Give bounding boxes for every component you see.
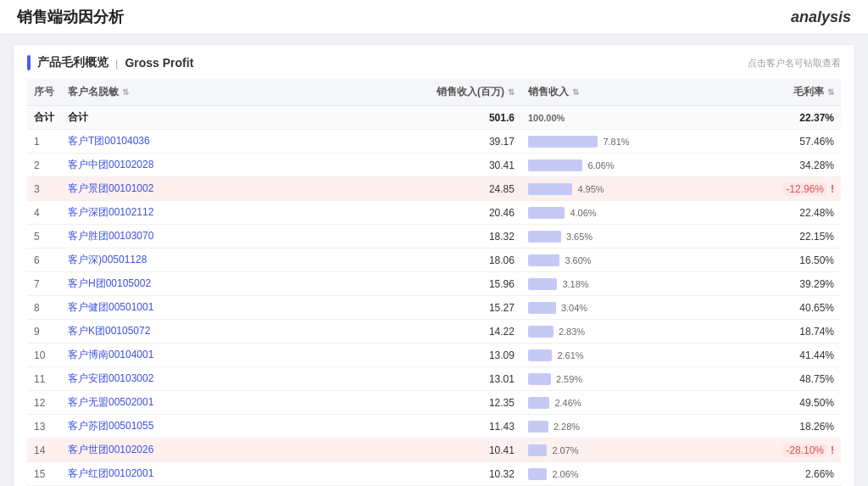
row-index-cell: 9 [27,320,61,344]
margin-value: 22.15% [799,231,834,243]
sort-icon-name[interactable]: ⇅ [122,87,129,97]
table-header-row: 序号 客户名脱敏 ⇅ 销售收入(百万) ⇅ [27,79,841,106]
bar-pct-label: 4.95% [577,184,604,194]
margin-value: 40.65% [799,302,834,314]
row-sales-cell: 24.85 [321,177,521,201]
row-name-cell[interactable]: 客户胜团00103070 [61,225,321,249]
bar-pct-label: 2.83% [559,327,585,337]
margin-value: 18.74% [799,326,834,338]
row-margin-cell: 22.48% [674,201,841,225]
col-name: 客户名脱敏 ⇅ [61,79,321,106]
gross-profit-table: 序号 客户名脱敏 ⇅ 销售收入(百万) ⇅ [27,79,841,486]
row-index-cell: 1 [27,130,61,154]
row-name-cell[interactable]: 客户无盟00502001 [61,391,321,415]
bar-pct-label: 3.65% [566,232,593,242]
bar-visual [528,254,560,266]
row-sales-cell: 18.06 [321,249,521,272]
drill-hint: 点击客户名可钻取查看 [748,57,841,70]
warning-icon: ! [831,183,834,195]
row-bar-cell: 4.95% [521,177,674,201]
row-sales-cell: 18.32 [321,225,521,249]
row-name-cell[interactable]: 客户苏团00501055 [61,415,321,439]
main-container: 产品毛利概览 | Gross Profit 点击客户名可钻取查看 序号 客户名脱… [0,35,868,486]
row-bar-cell: 3.60% [521,249,674,272]
row-name-cell[interactable]: 客户景团00101002 [61,177,321,201]
row-index-cell: 4 [27,201,61,225]
top-bar: 销售端动因分析 analysis [0,0,868,35]
bar-visual [528,136,598,148]
title-separator: | [115,57,118,70]
row-sales-cell: 30.41 [321,154,521,177]
row-sales-cell: 12.35 [321,391,521,415]
sort-icon-bar[interactable]: ⇅ [572,87,579,97]
row-index-cell: 11 [27,367,61,391]
row-sales-cell: 13.09 [321,344,521,367]
margin-value: 41.44% [799,349,834,361]
row-index-cell: 6 [27,249,61,272]
col-margin: 毛利率 ⇅ [674,79,841,106]
sort-icon-sales[interactable]: ⇅ [508,87,515,97]
table-row: 7 客户H团00105002 15.96 3.18% 39.29% [27,272,841,296]
row-sales-cell: 10.32 [321,462,521,486]
bar-pct-label: 3.18% [562,279,588,289]
total-name-cell: 合计 [61,106,321,130]
row-name-cell[interactable]: 客户中团00102028 [61,154,321,177]
margin-value: 48.75% [799,373,834,385]
row-index-cell: 7 [27,272,61,296]
margin-value: 2.66% [805,468,834,480]
row-margin-cell: -12.96%! [674,177,841,201]
row-name-cell[interactable]: 客户健团00501001 [61,296,321,320]
card-title-en: Gross Profit [125,56,193,70]
table-row: 1 客户T团00104036 39.17 7.81% 57.46% [27,130,841,154]
row-margin-cell: 18.26% [674,415,841,439]
card-title: 产品毛利概览 | Gross Profit [27,55,193,70]
row-bar-cell: 2.59% [521,367,674,391]
row-sales-cell: 11.43 [321,415,521,439]
row-name-cell[interactable]: 客户T团00104036 [61,130,321,154]
margin-value: 16.50% [799,254,834,266]
table-row: 5 客户胜团00103070 18.32 3.65% 22.15% [27,225,841,249]
row-name-cell[interactable]: 客户深)00501128 [61,249,321,272]
row-margin-cell: 48.75% [674,367,841,391]
row-bar-cell: 2.06% [521,462,674,486]
warning-icon: ! [831,444,834,456]
table-row: 8 客户健团00501001 15.27 3.04% 40.65% [27,296,841,320]
row-bar-cell: 4.06% [521,201,674,225]
row-margin-cell: 41.44% [674,344,841,367]
row-index-cell: 5 [27,225,61,249]
row-margin-cell: 34.28% [674,154,841,177]
row-margin-cell: 39.29% [674,272,841,296]
row-name-cell[interactable]: 客户世团00102026 [61,439,321,462]
bar-visual [528,183,573,195]
page-title-cn: 销售端动因分析 [17,7,124,27]
bar-pct-label: 2.46% [554,398,581,408]
bar-pct-label: 2.61% [557,350,583,360]
row-index-cell: 3 [27,177,61,201]
row-sales-cell: 15.27 [321,296,521,320]
row-index-cell: 13 [27,415,61,439]
row-name-cell[interactable]: 客户H团00105002 [61,272,321,296]
table-row: 14 客户世团00102026 10.41 2.07% -28.10%! [27,439,841,462]
bar-pct-label: 2.07% [552,445,578,455]
sort-icon-margin[interactable]: ⇅ [827,87,834,97]
row-name-cell[interactable]: 客户K团00105072 [61,320,321,344]
row-bar-cell: 7.81% [521,130,674,154]
total-sales-cell: 501.6 [321,106,521,130]
row-name-cell[interactable]: 客户安团00103002 [61,367,321,391]
bar-visual [528,278,558,290]
total-bar-cell: 100.00% [521,106,674,130]
row-bar-cell: 2.61% [521,344,674,367]
row-name-cell[interactable]: 客户红团00102001 [61,462,321,486]
bar-pct-label: 3.60% [565,255,591,265]
bar-pct-label: 2.06% [552,469,578,479]
row-sales-cell: 13.01 [321,367,521,391]
row-bar-cell: 2.07% [521,439,674,462]
margin-value: 49.50% [799,397,834,409]
row-name-cell[interactable]: 客户深团00102112 [61,201,321,225]
row-sales-cell: 20.46 [321,201,521,225]
row-margin-cell: 40.65% [674,296,841,320]
title-accent-bar [27,55,31,70]
row-name-cell[interactable]: 客户博南00104001 [61,344,321,367]
margin-value: 34.28% [799,159,834,171]
bar-visual [528,159,583,171]
